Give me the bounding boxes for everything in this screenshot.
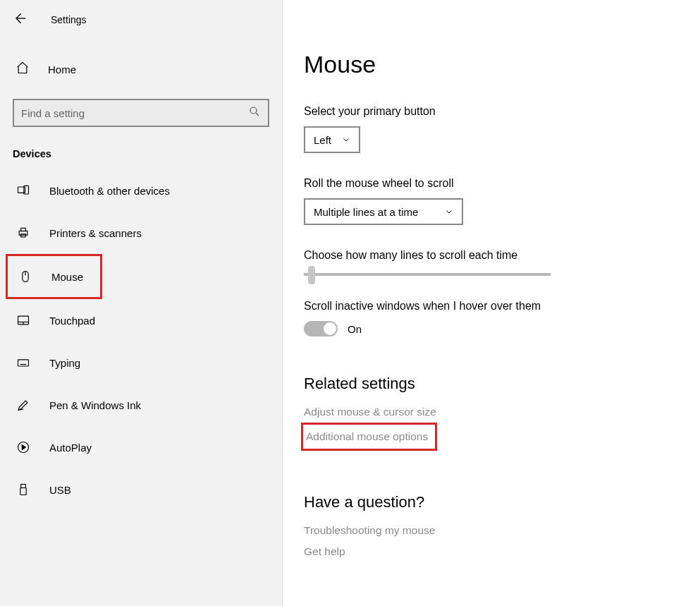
sidebar-item-printers[interactable]: Printers & scanners xyxy=(0,212,282,254)
sidebar-item-pen[interactable]: Pen & Windows Ink xyxy=(0,384,282,426)
printer-icon xyxy=(16,226,31,240)
back-arrow-icon[interactable] xyxy=(13,11,27,28)
link-troubleshooting[interactable]: Troubleshooting my mouse xyxy=(304,524,700,537)
usb-icon xyxy=(16,483,31,497)
autoplay-icon xyxy=(16,440,31,454)
search-placeholder: Find a setting xyxy=(21,107,85,119)
mouse-icon xyxy=(18,269,33,284)
sidebar-item-label: Mouse xyxy=(51,271,83,283)
sidebar-item-autoplay[interactable]: AutoPlay xyxy=(0,426,282,468)
slider-thumb[interactable] xyxy=(308,266,315,284)
link-additional-mouse-options[interactable]: Additional mouse options xyxy=(301,423,437,451)
svg-rect-20 xyxy=(20,488,26,495)
sidebar-item-usb[interactable]: USB xyxy=(0,468,282,511)
setting-label: Roll the mouse wheel to scroll xyxy=(304,177,700,190)
link-get-help[interactable]: Get help xyxy=(304,545,700,558)
app-title: Settings xyxy=(51,14,87,25)
devices-icon xyxy=(16,183,31,198)
home-icon xyxy=(16,61,30,78)
setting-label: Select your primary button xyxy=(304,105,700,118)
dropdown-value: Left xyxy=(314,134,331,146)
toggle-state-label: On xyxy=(348,323,362,335)
sidebar-item-touchpad[interactable]: Touchpad xyxy=(0,299,282,341)
sidebar-item-mouse[interactable]: Mouse xyxy=(6,254,102,299)
related-settings-heading: Related settings xyxy=(304,375,700,393)
sidebar-item-label: AutoPlay xyxy=(49,442,92,454)
settings-main: Mouse Select your primary button Left Ro… xyxy=(283,0,700,606)
chevron-down-icon xyxy=(342,134,350,146)
sidebar-item-label: USB xyxy=(49,484,71,496)
svg-point-0 xyxy=(250,107,257,114)
svg-rect-11 xyxy=(18,360,29,366)
sidebar-item-label: Typing xyxy=(49,357,80,369)
svg-marker-18 xyxy=(22,445,25,450)
setting-label: Choose how many lines to scroll each tim… xyxy=(304,249,700,262)
scroll-inactive-toggle[interactable] xyxy=(304,321,338,337)
link-adjust-cursor-size[interactable]: Adjust mouse & cursor size xyxy=(304,406,700,418)
page-title: Mouse xyxy=(304,51,700,78)
sidebar-nav-list: Bluetooth & other devices Printers & sca… xyxy=(0,169,282,511)
svg-rect-19 xyxy=(21,485,26,488)
primary-button-dropdown[interactable]: Left xyxy=(304,126,360,153)
section-label-devices: Devices xyxy=(13,148,282,159)
have-a-question-heading: Have a question? xyxy=(304,493,700,511)
setting-scroll-inactive: Scroll inactive windows when I hover ove… xyxy=(304,300,700,337)
settings-sidebar: Settings Home Find a setting Devices xyxy=(0,0,283,606)
pen-icon xyxy=(16,398,31,412)
svg-rect-3 xyxy=(19,231,27,236)
sidebar-item-label: Bluetooth & other devices xyxy=(49,185,170,197)
setting-lines-to-scroll: Choose how many lines to scroll each tim… xyxy=(304,249,700,276)
sidebar-item-label: Printers & scanners xyxy=(49,227,142,239)
home-nav[interactable]: Home xyxy=(0,54,282,85)
setting-primary-button: Select your primary button Left xyxy=(304,105,700,153)
search-input[interactable]: Find a setting xyxy=(13,99,269,127)
svg-rect-4 xyxy=(21,228,26,231)
home-label: Home xyxy=(48,63,76,75)
lines-slider[interactable] xyxy=(304,273,551,276)
sidebar-item-label: Touchpad xyxy=(49,315,95,327)
setting-wheel-scroll: Roll the mouse wheel to scroll Multiple … xyxy=(304,177,700,225)
search-icon xyxy=(248,105,261,121)
toggle-knob xyxy=(324,322,336,335)
chevron-down-icon xyxy=(445,206,453,218)
touchpad-icon xyxy=(16,313,31,327)
sidebar-item-bluetooth[interactable]: Bluetooth & other devices xyxy=(0,169,282,212)
sidebar-item-typing[interactable]: Typing xyxy=(0,341,282,384)
wheel-scroll-dropdown[interactable]: Multiple lines at a time xyxy=(304,198,463,225)
dropdown-value: Multiple lines at a time xyxy=(314,206,418,218)
keyboard-icon xyxy=(16,356,31,370)
sidebar-item-label: Pen & Windows Ink xyxy=(49,399,141,411)
setting-label: Scroll inactive windows when I hover ove… xyxy=(304,300,700,313)
